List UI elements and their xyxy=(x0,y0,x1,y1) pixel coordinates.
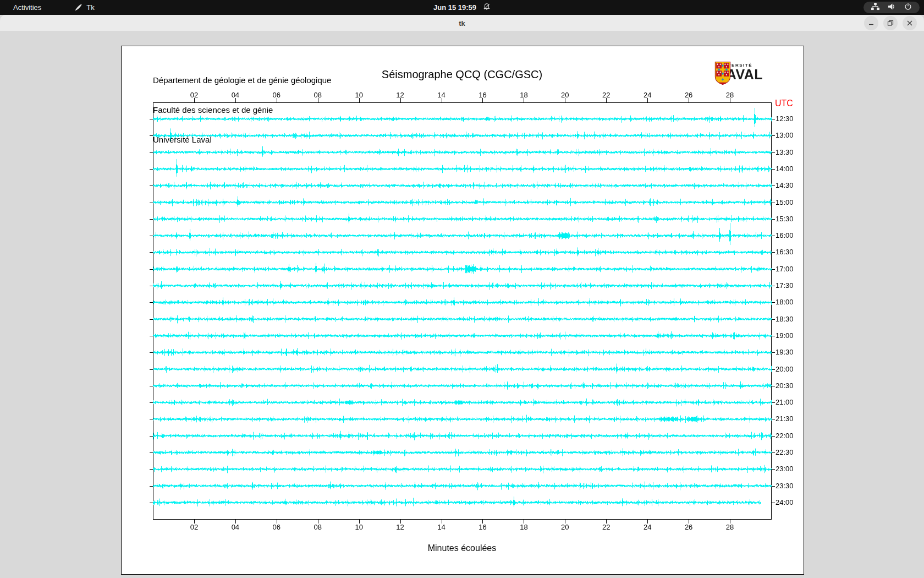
tk-window-body: Département de géologie et de génie géol… xyxy=(0,32,924,578)
x-tick-label: 02 xyxy=(190,91,198,99)
institution-line: Université Laval xyxy=(153,135,331,145)
utc-time-label: 22:30 xyxy=(776,448,794,456)
x-tick-label: 08 xyxy=(314,523,321,531)
utc-time-label: 13:30 xyxy=(776,148,794,156)
x-tick-label: 10 xyxy=(355,91,362,99)
maximize-button[interactable] xyxy=(883,16,898,30)
x-tick-label: 06 xyxy=(273,91,280,99)
utc-time-label: 17:00 xyxy=(776,265,794,273)
utc-time-label: 20:30 xyxy=(776,381,794,390)
x-tick-label: 24 xyxy=(644,91,651,99)
utc-time-label: 16:00 xyxy=(776,231,794,239)
utc-time-label: 13:00 xyxy=(776,131,794,139)
taskbar-app-label: Tk xyxy=(86,3,94,12)
university-laval-logo: UNIVERSITÉ LAVAL xyxy=(714,62,780,85)
utc-time-label: 19:00 xyxy=(776,331,794,340)
x-tick-label: 22 xyxy=(602,523,610,531)
utc-time-label: 19:30 xyxy=(776,348,794,356)
x-tick-label: 18 xyxy=(520,91,527,99)
network-icon xyxy=(871,3,879,12)
x-axis-title: Minutes écoulées xyxy=(153,543,771,553)
power-icon xyxy=(904,3,912,12)
x-tick-label: 10 xyxy=(355,523,362,531)
window-title-bar: tk xyxy=(0,15,924,32)
utc-time-label: 20:00 xyxy=(776,365,794,373)
utc-time-label: 18:30 xyxy=(776,315,794,323)
minimize-button[interactable] xyxy=(864,16,878,30)
gnome-top-bar: Activities Tk Jun 15 19:59 xyxy=(0,0,924,15)
x-tick-label: 06 xyxy=(273,523,280,531)
taskbar-app-tk[interactable]: Tk xyxy=(74,3,94,12)
x-tick-label: 12 xyxy=(396,91,404,99)
activities-button[interactable]: Activities xyxy=(9,2,46,13)
close-icon xyxy=(906,20,913,26)
x-tick-label: 04 xyxy=(232,91,239,99)
utc-time-label: 23:00 xyxy=(776,465,794,473)
utc-time-label: 18:00 xyxy=(776,298,794,306)
utc-time-label: 24:00 xyxy=(776,498,794,506)
utc-time-label: 17:30 xyxy=(776,281,794,290)
x-tick-label: 18 xyxy=(520,523,527,531)
seismograph-panel: Département de géologie et de génie géol… xyxy=(121,46,804,575)
window-controls xyxy=(864,16,917,30)
x-tick-label: 16 xyxy=(479,91,486,99)
utc-time-label: 16:30 xyxy=(776,248,794,256)
x-tick-label: 04 xyxy=(232,523,239,531)
utc-time-label: 21:00 xyxy=(776,398,794,406)
x-tick-label: 16 xyxy=(479,523,486,531)
x-tick-label: 28 xyxy=(726,523,734,531)
close-button[interactable] xyxy=(903,16,917,30)
utc-time-label: 14:00 xyxy=(776,165,794,173)
utc-time-label: 12:30 xyxy=(776,114,794,123)
utc-axis-header: UTC xyxy=(775,99,793,108)
utc-time-label: 14:30 xyxy=(776,181,794,189)
system-tray[interactable] xyxy=(864,2,920,13)
utc-time-label: 15:00 xyxy=(776,198,794,206)
clock-text: Jun 15 19:59 xyxy=(433,3,476,12)
x-tick-label: 12 xyxy=(396,523,404,531)
x-tick-label: 02 xyxy=(190,523,198,531)
x-tick-label: 14 xyxy=(437,523,445,531)
utc-time-label: 21:30 xyxy=(776,415,794,423)
x-tick-label: 20 xyxy=(561,523,569,531)
tk-feather-icon xyxy=(74,3,82,12)
clock-button[interactable]: Jun 15 19:59 xyxy=(433,3,491,12)
utc-time-label: 23:30 xyxy=(776,482,794,490)
x-tick-label: 14 xyxy=(437,91,445,99)
utc-time-label: 22:00 xyxy=(776,432,794,440)
x-tick-label: 24 xyxy=(644,523,651,531)
x-tick-label: 08 xyxy=(314,91,321,99)
window-title: tk xyxy=(0,15,924,32)
minimize-icon xyxy=(868,20,875,26)
utc-time-label: 15:30 xyxy=(776,215,794,223)
x-tick-label: 20 xyxy=(561,91,569,99)
chart-title: Séismographe QCQ (CGC/GSC) xyxy=(153,68,771,81)
x-tick-label: 26 xyxy=(685,523,692,531)
institution-line: Faculté des sciences et de génie xyxy=(153,105,331,115)
maximize-icon xyxy=(887,20,894,26)
volume-icon xyxy=(888,3,896,12)
notifications-muted-icon xyxy=(483,3,491,12)
x-tick-label: 26 xyxy=(685,91,692,99)
x-tick-label: 22 xyxy=(602,91,610,99)
x-tick-label: 28 xyxy=(726,91,734,99)
